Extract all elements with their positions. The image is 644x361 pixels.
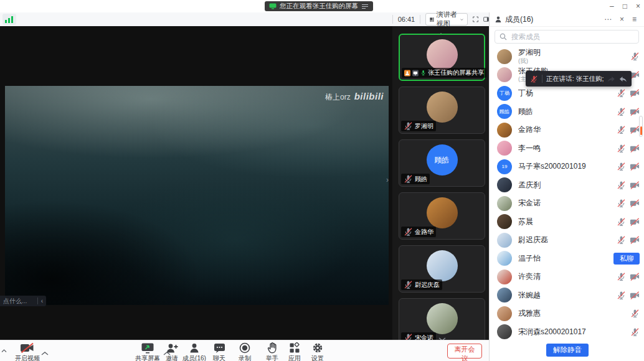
forward-icon[interactable] bbox=[607, 75, 615, 83]
member-info: 马子寒s2000201019 bbox=[518, 162, 617, 171]
member-row[interactable]: 李一鸣 bbox=[490, 139, 644, 158]
video-thumbnail[interactable]: 罗湘明 bbox=[399, 87, 485, 134]
search-input[interactable] bbox=[510, 32, 634, 41]
member-mic-muted-icon bbox=[617, 125, 626, 134]
member-status-icons bbox=[617, 125, 640, 134]
view-controls: 06:41 演讲者视图 bbox=[392, 12, 489, 26]
divider bbox=[392, 15, 393, 24]
member-row[interactable]: 尉迟庆磊 bbox=[490, 231, 644, 250]
member-name: 戎雅惠 bbox=[518, 309, 630, 317]
member-camera-muted-icon bbox=[630, 144, 640, 153]
video-thumbnail[interactable]: 顾皓 顾皓 bbox=[399, 139, 485, 187]
notification-menu-icon[interactable] bbox=[361, 4, 369, 9]
video-thumbnail[interactable]: 宋金诺 bbox=[399, 298, 485, 340]
collapse-thumbnails-handle[interactable]: › bbox=[386, 176, 389, 184]
minimize-button[interactable]: – bbox=[610, 0, 614, 12]
member-info: 李一鸣 bbox=[518, 144, 617, 152]
member-mic-muted-icon bbox=[617, 235, 626, 245]
toolbar-item-settings[interactable]: 设置 bbox=[296, 342, 339, 361]
mic-muted-icon bbox=[530, 75, 538, 83]
member-info: 罗湘明 (我) bbox=[518, 49, 630, 64]
member-list: 罗湘明 (我) 张王佳购 (主持人) 丁杨 丁杨 顾皓 顾皓 金路华 李一鸣 bbox=[490, 47, 644, 341]
video-thumbnail[interactable]: 尉迟庆磊 bbox=[399, 245, 485, 293]
member-status-icons bbox=[617, 199, 640, 208]
member-name: 温子怡 bbox=[518, 255, 613, 263]
member-info: 顾皓 bbox=[518, 108, 617, 116]
close-button[interactable]: × bbox=[636, 0, 640, 12]
member-info: 宋金诺 bbox=[518, 199, 617, 207]
member-name: 张婉越 bbox=[518, 291, 617, 299]
member-row[interactable]: 许奕清 bbox=[490, 268, 644, 286]
member-avatar bbox=[497, 177, 512, 192]
reply-icon[interactable] bbox=[619, 75, 627, 83]
member-avatar bbox=[497, 123, 512, 138]
video-thumbnail[interactable]: 金路华 bbox=[399, 192, 485, 240]
member-row[interactable]: 罗湘明 (我) bbox=[490, 47, 644, 66]
watching-screen-notification[interactable]: 您正在观看张王佳购的屏幕 bbox=[265, 1, 373, 11]
danmaku-input[interactable]: 点什么... ‹ bbox=[0, 296, 46, 306]
member-avatar bbox=[497, 141, 512, 156]
member-row[interactable]: 丁杨 丁杨 bbox=[490, 84, 644, 103]
member-row[interactable]: 宋金诺 bbox=[490, 194, 644, 213]
divider bbox=[420, 15, 420, 24]
member-camera-muted-icon bbox=[630, 162, 640, 171]
member-row[interactable]: 苏晨 bbox=[490, 213, 644, 232]
thumbnail-avatar: 顾皓 bbox=[427, 144, 458, 176]
private-chat-button[interactable]: 私聊 bbox=[613, 253, 640, 265]
member-avatar bbox=[497, 251, 512, 266]
member-status-icons bbox=[617, 291, 640, 300]
member-mic-muted-icon bbox=[630, 52, 640, 61]
member-avatar: 顾皓 bbox=[497, 104, 512, 119]
video-thumbnail[interactable]: 张王佳购的屏幕共享 bbox=[399, 34, 485, 81]
chevron-left-icon[interactable]: ‹ bbox=[38, 298, 46, 304]
view-mode-button[interactable]: 演讲者视图 bbox=[425, 13, 468, 26]
leave-meeting-button[interactable]: 离开会议 bbox=[447, 344, 482, 359]
member-mic-muted-icon bbox=[617, 144, 626, 153]
close-panel-icon[interactable]: × bbox=[617, 15, 627, 24]
scroll-strip-down-icon[interactable] bbox=[438, 332, 446, 340]
scrollbar[interactable] bbox=[639, 116, 643, 137]
member-row[interactable]: 19 马子寒s2000201019 bbox=[490, 157, 644, 176]
member-row[interactable]: 张婉越 bbox=[490, 286, 644, 305]
member-row[interactable]: 孟庆刹 bbox=[490, 176, 644, 195]
member-row[interactable]: 顾皓 顾皓 bbox=[490, 103, 644, 121]
member-name: 李一鸣 bbox=[518, 144, 617, 152]
member-row[interactable]: 金路华 bbox=[490, 121, 644, 139]
member-name: 金路华 bbox=[518, 126, 617, 134]
member-name: 宋金诺 bbox=[518, 199, 617, 207]
member-avatar bbox=[497, 67, 512, 82]
member-name: 孟庆刹 bbox=[518, 181, 617, 189]
scrollbar-thumb[interactable] bbox=[640, 126, 642, 135]
side-panel-icon[interactable] bbox=[483, 16, 489, 23]
member-name: 许奕清 bbox=[518, 273, 617, 281]
member-row[interactable]: 宋润森s2000201017 bbox=[490, 323, 644, 342]
panel-menu-icon[interactable]: ≡ bbox=[630, 15, 639, 24]
member-status-icons bbox=[617, 272, 640, 281]
host-badge-icon bbox=[404, 69, 410, 77]
member-avatar bbox=[497, 233, 512, 248]
camera-options-caret-icon[interactable] bbox=[41, 347, 49, 358]
thumbnail-avatar bbox=[427, 39, 458, 70]
meeting-toolbar: 开启视频共享屏幕邀请成员(16)聊天录制举手应用设置 离开会议 bbox=[0, 340, 489, 361]
member-info: 金路华 bbox=[518, 126, 617, 134]
thumbnail-mic-muted-icon bbox=[404, 333, 413, 340]
member-mic-muted-icon bbox=[617, 162, 626, 171]
restore-button[interactable]: □ bbox=[623, 0, 627, 12]
member-status-icons bbox=[630, 52, 640, 61]
member-row[interactable]: 戎雅惠 bbox=[490, 304, 644, 323]
toolbar-item-label: 录制 bbox=[239, 354, 251, 361]
member-status-icons bbox=[617, 162, 640, 171]
member-row[interactable]: 温子怡 私聊 bbox=[490, 250, 644, 268]
thumbnail-name: 张王佳购的屏幕共享 bbox=[428, 68, 484, 77]
member-search-box[interactable] bbox=[495, 30, 639, 44]
thumbnail-label: 罗湘明 bbox=[401, 121, 436, 131]
thumbnail-label: 尉迟庆磊 bbox=[401, 279, 442, 290]
member-mic-muted-icon bbox=[617, 107, 626, 116]
member-avatar bbox=[497, 324, 512, 339]
unmute-button[interactable]: 解除静音 bbox=[546, 344, 589, 357]
more-icon[interactable]: ⋯ bbox=[602, 15, 614, 24]
thumbnail-avatar bbox=[427, 197, 458, 228]
member-avatar bbox=[497, 306, 512, 321]
fullscreen-icon[interactable] bbox=[473, 15, 478, 24]
member-name: 丁杨 bbox=[518, 89, 617, 97]
